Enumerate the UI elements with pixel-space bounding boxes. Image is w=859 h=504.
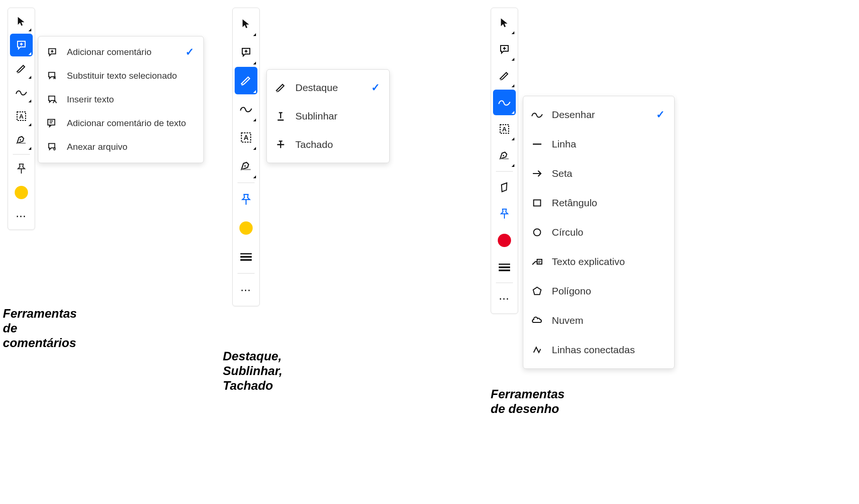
flyout-item-label: Anexar arquivo (67, 142, 128, 152)
eraser-icon (499, 182, 510, 192)
signature-tool[interactable] (493, 143, 516, 168)
rectangle-icon (531, 197, 543, 209)
flyout-item-label: Desenhar (552, 109, 595, 120)
group2-caption: Destaque, Sublinhar, Tachado (223, 349, 283, 393)
selection-tool[interactable] (493, 10, 516, 36)
selection-tool[interactable] (10, 10, 33, 33)
line-weight-icon (498, 263, 511, 271)
signature-tool[interactable] (235, 152, 257, 180)
line-icon (531, 138, 543, 150)
flyout-item-label: Substituir texto selecionado (67, 71, 177, 81)
color-swatch (239, 221, 253, 235)
flyout-item-highlight[interactable]: Destaque ✓ (267, 73, 389, 102)
svg-rect-8 (240, 256, 252, 258)
polygon-icon (531, 285, 543, 297)
flyout-item-rectangle[interactable]: Retângulo (523, 188, 674, 218)
flyout-item-label: Nuvem (552, 315, 584, 326)
svg-point-2 (20, 139, 21, 141)
color-swatch-button[interactable] (10, 181, 33, 204)
flyout-item-label: Adicionar comentário de texto (67, 118, 186, 128)
ellipsis-icon: ⋯ (240, 285, 252, 295)
more-tools[interactable]: ⋯ (235, 276, 257, 304)
add-comment-tool[interactable] (493, 37, 516, 62)
draw-tool[interactable] (10, 81, 33, 104)
more-tools[interactable]: ⋯ (10, 205, 33, 228)
ellipsis-icon: ⋯ (16, 211, 27, 221)
highlight-flyout: Destaque ✓ Sublinhar Tachado (266, 69, 390, 163)
color-swatch-button[interactable] (493, 228, 516, 253)
flyout-item-label: Sublinhar (295, 110, 338, 122)
comment-attach-icon (46, 141, 58, 153)
flyout-item-label: Linhas conectadas (552, 344, 635, 356)
flyout-item-label: Linha (552, 138, 576, 150)
draw-tool[interactable] (235, 95, 257, 123)
flyout-item-label: Inserir texto (67, 94, 114, 105)
text-box-tool[interactable]: A (10, 105, 33, 128)
flyout-item-circle[interactable]: Círculo (523, 218, 674, 247)
flyout-item-draw[interactable]: Desenhar ✓ (523, 100, 674, 129)
check-icon: ✓ (656, 109, 665, 121)
drawing-flyout: Desenhar ✓ Linha Seta Retângulo Círculo … (523, 96, 675, 369)
highlight-tool[interactable] (235, 67, 257, 94)
svg-rect-7 (240, 253, 252, 255)
line-weight-button[interactable] (493, 254, 516, 280)
flyout-item-label: Retângulo (552, 197, 597, 209)
highlighter-icon (274, 82, 287, 94)
text-box-comment-icon (46, 117, 58, 129)
pin-tool[interactable] (235, 186, 257, 213)
svg-text:A: A (19, 113, 24, 120)
flyout-item-label: Adicionar comentário (67, 47, 151, 57)
cursor-icon (16, 16, 27, 27)
add-comment-tool[interactable] (10, 34, 33, 56)
flyout-item-polygon[interactable]: Polígono (523, 276, 674, 306)
pen-nib-icon (239, 160, 253, 172)
flyout-item-label: Polígono (552, 285, 591, 297)
flyout-item-strike[interactable]: Tachado (267, 130, 389, 159)
pin-tool[interactable] (493, 201, 516, 227)
flyout-item-cloud[interactable]: Nuvem (523, 306, 674, 335)
text-box-tool[interactable]: A (235, 124, 257, 151)
flyout-item-attach-file[interactable]: Anexar arquivo (38, 135, 203, 159)
add-comment-tool[interactable] (235, 38, 257, 66)
strikethrough-icon (274, 138, 287, 151)
pen-nib-icon (498, 150, 511, 161)
flyout-item-line[interactable]: Linha (523, 129, 674, 159)
flyout-item-replace-text[interactable]: Substituir texto selecionado (38, 64, 203, 88)
comment-insert-icon (46, 93, 58, 106)
commenting-toolbar: A ⋯ (8, 8, 35, 230)
flyout-item-insert-text[interactable]: Inserir texto (38, 88, 203, 111)
svg-rect-3 (48, 119, 55, 125)
flyout-item-callout[interactable]: Texto explicativo (523, 247, 674, 276)
svg-rect-13 (499, 264, 510, 265)
highlight-toolbar: A ⋯ (232, 8, 260, 306)
color-swatch-button[interactable] (235, 214, 257, 242)
draw-tool[interactable] (493, 90, 516, 115)
comment-plus-icon (499, 44, 510, 55)
flyout-item-arrow[interactable]: Seta (523, 159, 674, 188)
svg-text:A: A (244, 134, 248, 141)
group1-caption: Ferramentas de comentários (3, 306, 77, 350)
flyout-item-add-comment[interactable]: Adicionar comentário ✓ (38, 40, 203, 64)
signature-tool[interactable] (10, 128, 33, 151)
check-icon: ✓ (185, 46, 194, 58)
highlight-tool[interactable] (10, 57, 33, 80)
selection-tool[interactable] (235, 10, 257, 37)
pushpin-icon (17, 163, 26, 174)
text-box-tool[interactable]: A (493, 116, 516, 142)
svg-rect-15 (499, 270, 510, 272)
flyout-item-connected-lines[interactable]: Linhas conectadas (523, 335, 674, 365)
flyout-item-label: Texto explicativo (552, 256, 625, 267)
svg-rect-14 (499, 266, 510, 268)
arrow-icon (531, 167, 543, 180)
eraser-tool[interactable] (493, 174, 516, 200)
scribble-icon (498, 98, 511, 107)
pin-tool[interactable] (10, 157, 33, 180)
svg-text:A: A (502, 126, 507, 133)
pushpin-icon (241, 193, 251, 206)
highlight-tool[interactable] (493, 63, 516, 89)
scribble-icon (531, 109, 543, 121)
flyout-item-add-text-comment[interactable]: Adicionar comentário de texto (38, 111, 203, 135)
more-tools[interactable]: ⋯ (493, 286, 516, 312)
flyout-item-underline[interactable]: Sublinhar (267, 102, 389, 130)
line-weight-button[interactable] (235, 243, 257, 270)
